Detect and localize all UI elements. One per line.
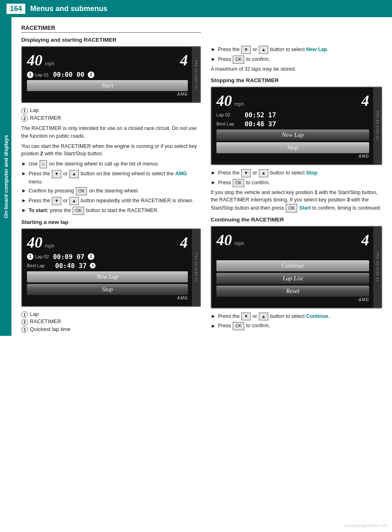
screen-speed-1: 40 bbox=[27, 51, 42, 69]
screen-unit-2: mph bbox=[45, 243, 54, 249]
bullet-list-1: ► Use ⌂ on the steering wheel to call up… bbox=[21, 160, 201, 215]
page-number: 164 bbox=[7, 4, 25, 14]
num-circle-2b: 2 bbox=[21, 319, 28, 326]
bullet-text-4: Press the ▼ or ▲ button repeatedly until… bbox=[29, 197, 194, 205]
body-text-2: You can start the RACETIMER when the eng… bbox=[21, 143, 201, 158]
screen-speed-continue: 40 bbox=[216, 231, 232, 249]
subsection-heading-1: Displaying and starting RACETIMER bbox=[21, 37, 201, 43]
bullet-arrow-c2: ► bbox=[211, 322, 216, 330]
screen-stop-inner: 40 mph 4 Lap 03 00:52 17 Best Lap 00:48 … bbox=[212, 87, 381, 164]
screen-btn-newlap-stop[interactable]: New Lap bbox=[216, 130, 369, 141]
subsection-heading-continue: Continuing the RACETIMER bbox=[211, 217, 382, 223]
num-circle-2a: 1 bbox=[21, 311, 28, 318]
bullet-text-s2: Press OK to confirm. bbox=[218, 179, 270, 187]
bullet-arrow-4: ► bbox=[21, 197, 27, 205]
screen-btn-reset[interactable]: Reset bbox=[216, 286, 369, 297]
num-circle-1: 1 bbox=[21, 108, 28, 114]
continue-link: Con­tinue bbox=[306, 313, 328, 319]
screen-lap-row-stop: Lap 03 00:52 17 bbox=[216, 111, 369, 119]
num-list-2: 1 Lap 2 RACETIMER 3 Quickest lap time bbox=[21, 311, 201, 333]
screen-continue-inner: 40 mph 4 Continue Lap List Reset AMG bbox=[212, 227, 381, 308]
bullet-list-continue: ► Press the ▼ or ▲ button to select Con­… bbox=[211, 313, 382, 331]
up-btn-s1: ▲ bbox=[259, 169, 268, 177]
bullet-item-5: ► To start: press the OK button to start… bbox=[21, 207, 201, 215]
num-label-2c: Quickest lap time bbox=[30, 326, 71, 332]
down-btn-r1: ▼ bbox=[241, 46, 251, 54]
num-item-2c: 3 Quickest lap time bbox=[21, 326, 201, 333]
down-btn-c1: ▼ bbox=[241, 313, 251, 321]
down-btn-s1: ▼ bbox=[241, 169, 251, 177]
body-stop-text: If you stop the vehicle and select key p… bbox=[211, 189, 382, 212]
screen-unit-1: mph bbox=[45, 61, 54, 67]
num-label-2b: RACETIMER bbox=[30, 318, 61, 324]
best-time-stop: 00:48 37 bbox=[245, 120, 276, 128]
screen-unit-stop: mph bbox=[234, 101, 244, 107]
start-link: Start bbox=[299, 205, 311, 211]
bullet-list-stop: ► Press the ▼ or ▲ button to select Stop… bbox=[211, 169, 382, 187]
screen-lap-row-1: 1 Lap 01 00:00 00 2 bbox=[27, 71, 188, 78]
screen-top-row-2: 40 mph 4 bbox=[27, 233, 188, 251]
screen-btn-laplist[interactable]: Lap List bbox=[216, 273, 369, 284]
bullet-text-3: Confirm by pressing OK on the steering w… bbox=[29, 187, 139, 195]
screen-btn-newlap[interactable]: New Lap bbox=[27, 271, 188, 282]
down-btn-2: ▼ bbox=[52, 170, 61, 178]
bullet-arrow-3: ► bbox=[21, 187, 27, 195]
bullet-list-right-top: ► Press the ▼ or ▲ button to select New … bbox=[211, 46, 382, 64]
bullet-item-2: ► Press the ▼ or ▲ button on the steerin… bbox=[21, 170, 201, 186]
bullet-arrow-s1: ► bbox=[211, 169, 216, 177]
bullet-item-c2: ► Press OK to confirm. bbox=[211, 322, 382, 330]
bullet-arrow-1: ► bbox=[21, 160, 27, 168]
screen-top-row-stop: 40 mph 4 bbox=[216, 92, 369, 110]
header-title: Menus and submenus bbox=[30, 4, 107, 13]
lap-time-stop: 00:52 17 bbox=[245, 111, 276, 119]
screen-best-row-2: Best Lap 00:48 37 3 bbox=[27, 262, 188, 270]
screen-btn-continue[interactable]: Continue bbox=[216, 260, 369, 271]
bullet-arrow-r1: ► bbox=[211, 46, 216, 54]
ok-btn-r2: OK bbox=[233, 56, 244, 64]
screen-best-row-stop: Best Lap 00:48 37 bbox=[216, 120, 369, 128]
screen-unit-continue: mph bbox=[234, 241, 244, 246]
screen-start-inner: 40 mph 4 1 Lap 01 00:00 00 2 Start AMG bbox=[22, 47, 200, 102]
ok-btn-c2: OK bbox=[233, 322, 244, 330]
up-btn-4: ▲ bbox=[69, 197, 79, 205]
lap-circle-2a: 1 bbox=[27, 253, 33, 260]
right-column: ► Press the ▼ or ▲ button to select New … bbox=[211, 25, 382, 336]
screen-gear-1: 4 bbox=[180, 51, 188, 69]
up-btn-c1: ▲ bbox=[259, 313, 268, 321]
screen-speed-stop: 40 bbox=[216, 92, 232, 110]
screen-gear-2: 4 bbox=[180, 233, 188, 251]
screen-top-row-1: 40 mph 4 bbox=[27, 51, 188, 69]
bullet-arrow-5: ► bbox=[21, 207, 27, 215]
header-bar: 164 Menus and submenus bbox=[0, 0, 392, 17]
watermark: carmanualsonline.info bbox=[344, 523, 388, 528]
bullet-arrow-s2: ► bbox=[211, 179, 216, 187]
home-btn: ⌂ bbox=[40, 160, 47, 168]
bullet-text-2: Press the ▼ or ▲ button on the steering … bbox=[29, 170, 201, 186]
bullet-item-r2: ► Press OK to confirm. bbox=[211, 56, 382, 64]
lap-label-1: Lap 01 bbox=[35, 72, 49, 77]
lap-circle-2c: 3 bbox=[90, 263, 96, 268]
bullet-arrow-c1: ► bbox=[211, 313, 216, 320]
bullet-arrow-r2: ► bbox=[211, 56, 216, 63]
screen-btn-stop-2[interactable]: Stop bbox=[27, 284, 188, 295]
up-btn-r1: ▲ bbox=[259, 46, 268, 54]
screen-gear-stop: 4 bbox=[361, 92, 369, 110]
bullet-text-c1: Press the ▼ or ▲ button to select Con­ti… bbox=[218, 313, 330, 321]
num-label-1: Lap bbox=[30, 107, 39, 113]
ok-btn-5: OK bbox=[73, 207, 84, 215]
screen-continue: 40 mph 4 Continue Lap List Reset AMG P54… bbox=[211, 226, 382, 308]
lap-circle-2: 2 bbox=[88, 72, 94, 78]
best-time-2: 00:48 37 bbox=[55, 262, 87, 270]
amg-link: AMG bbox=[175, 171, 187, 177]
amg-logo-continue: AMG bbox=[216, 297, 369, 302]
bullet-item-1: ► Use ⌂ on the steering wheel to call up… bbox=[21, 160, 201, 168]
lap-circle-2b: 2 bbox=[88, 253, 94, 260]
bullet-item-c1: ► Press the ▼ or ▲ button to select Con­… bbox=[211, 313, 382, 321]
screen-btn-stop[interactable]: Stop bbox=[216, 142, 369, 153]
bullet-text-5: To start: press the OK button to start t… bbox=[29, 207, 159, 215]
best-label-stop: Best Lap bbox=[216, 121, 243, 126]
screen-label-continue: P54.33-4293-31 bbox=[373, 227, 381, 308]
body-text-1: The RACETIMER is only intended for use o… bbox=[21, 125, 201, 140]
screen-btn-start[interactable]: Start bbox=[27, 80, 188, 91]
stop-link: Stop bbox=[306, 170, 318, 176]
